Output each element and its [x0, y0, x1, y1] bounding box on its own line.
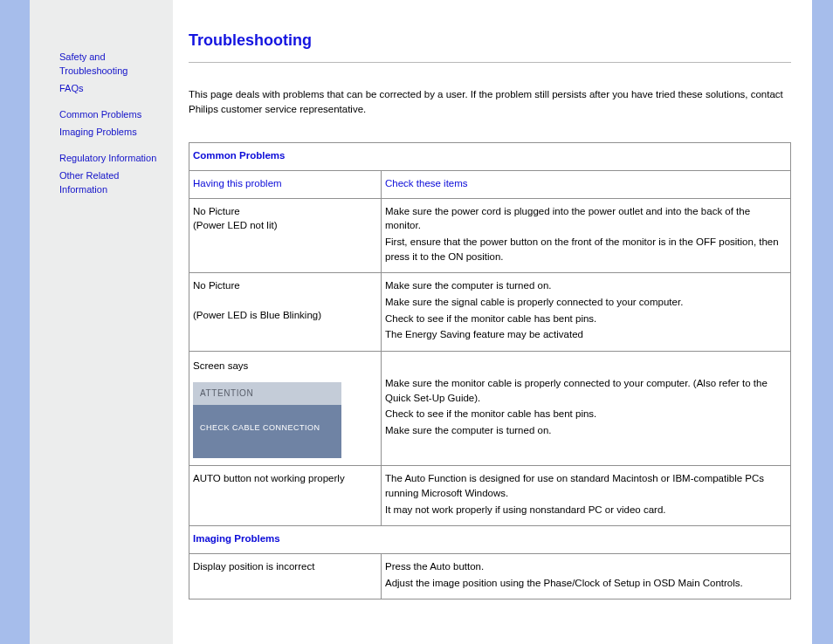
table-row: Common Problems	[189, 143, 791, 171]
check-cell: Make sure the power cord is plugged into…	[382, 198, 791, 273]
attention-head: ATTENTION	[193, 382, 341, 406]
nav-common-problems[interactable]: Common Problems	[59, 108, 166, 122]
attention-body: CHECK CABLE CONNECTION	[193, 405, 341, 458]
decor-gap	[30, 0, 59, 644]
table-row: No Picture (Power LED is Blue Blinking) …	[189, 273, 791, 352]
attention-box: ATTENTION CHECK CABLE CONNECTION	[193, 382, 341, 459]
troubleshooting-table: Common Problems Having this problem Chec…	[189, 142, 791, 599]
page-title: Troubleshooting	[189, 31, 791, 50]
table-row: Imaging Problems	[189, 526, 791, 554]
nav-safety-troubleshooting[interactable]: Safety and Troubleshooting	[59, 51, 166, 79]
table-row: Having this problem Check these items	[189, 171, 791, 199]
decor-right-bar	[812, 0, 833, 644]
table-row: Display position is incorrect Press the …	[189, 553, 791, 599]
title-divider	[189, 62, 791, 63]
nav-imaging-problems[interactable]: Imaging Problems	[59, 126, 166, 140]
column-header-problem: Having this problem	[189, 171, 382, 199]
table-row: No Picture (Power LED not lit) Make sure…	[189, 198, 791, 273]
main-content: Troubleshooting This page deals with pro…	[173, 0, 812, 644]
check-cell: Make sure the monitor cable is properly …	[382, 352, 791, 466]
column-header-check: Check these items	[382, 171, 791, 199]
page-root: Safety and Troubleshooting FAQs Common P…	[0, 0, 833, 644]
problem-cell: AUTO button not working properly	[189, 466, 382, 526]
check-cell: Make sure the computer is turned on. Mak…	[382, 273, 791, 352]
table-row: Screen says ATTENTION CHECK CABLE CONNEC…	[189, 352, 791, 466]
check-cell: The Auto Function is designed for use on…	[382, 466, 791, 526]
section-heading-common: Common Problems	[189, 143, 791, 171]
problem-cell: Display position is incorrect	[189, 553, 382, 599]
table-row: AUTO button not working properly The Aut…	[189, 466, 791, 526]
problem-cell: No Picture (Power LED not lit)	[189, 198, 382, 273]
nav-other-related-information[interactable]: Other Related Information	[59, 169, 166, 197]
nav-faqs[interactable]: FAQs	[59, 82, 166, 96]
problem-cell: Screen says ATTENTION CHECK CABLE CONNEC…	[189, 352, 382, 466]
sidebar-nav: Safety and Troubleshooting FAQs Common P…	[59, 0, 173, 644]
check-cell: Press the Auto button. Adjust the image …	[382, 553, 791, 599]
section-heading-imaging: Imaging Problems	[189, 526, 791, 554]
decor-left-bar	[0, 0, 30, 644]
nav-regulatory-information[interactable]: Regulatory Information	[59, 152, 166, 166]
problem-cell: No Picture (Power LED is Blue Blinking)	[189, 273, 382, 352]
intro-text: This page deals with problems that can b…	[189, 87, 791, 116]
